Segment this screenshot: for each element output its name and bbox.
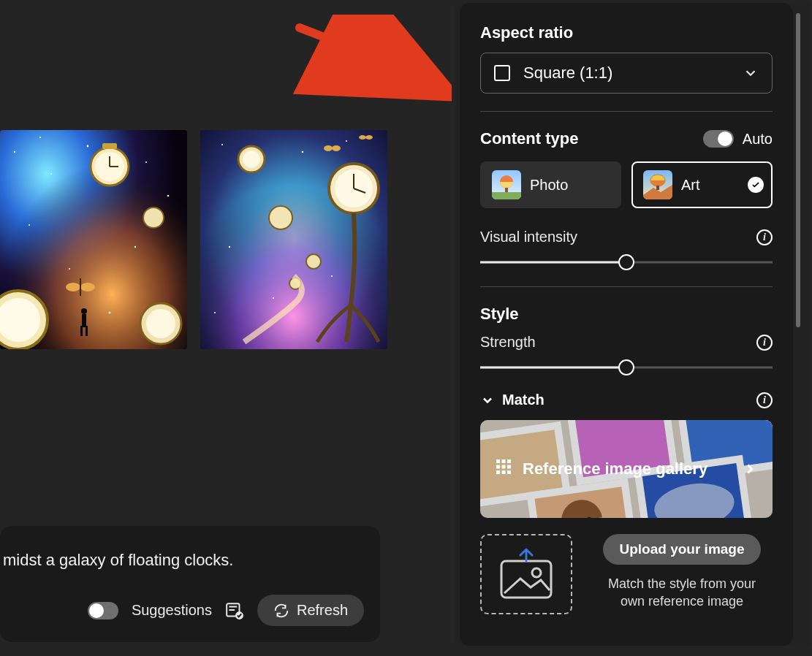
strength-label: Strength — [480, 334, 536, 351]
style-heading: Style — [480, 305, 773, 324]
match-label: Match — [502, 392, 545, 408]
generated-image-1[interactable] — [0, 130, 187, 349]
content-type-options: Photo Art — [480, 161, 773, 208]
svg-point-8 — [134, 246, 136, 248]
chevron-right-icon — [742, 461, 758, 477]
svg-rect-60 — [505, 188, 508, 192]
strength-slider[interactable] — [480, 359, 773, 375]
svg-point-40 — [273, 297, 274, 299]
divider — [480, 286, 773, 287]
annotation-arrow — [291, 15, 452, 110]
svg-rect-82 — [502, 459, 506, 463]
divider — [480, 111, 773, 112]
upload-image-button[interactable]: Upload your image — [603, 534, 760, 565]
svg-point-47 — [243, 150, 260, 168]
svg-point-54 — [365, 135, 373, 140]
svg-point-52 — [332, 145, 341, 151]
generated-images-row — [0, 130, 387, 349]
content-type-label: Content type — [480, 129, 578, 148]
svg-point-5 — [145, 161, 147, 163]
content-type-art-label: Art — [681, 177, 700, 194]
selected-check-icon — [748, 177, 764, 193]
square-icon — [494, 65, 510, 81]
svg-point-51 — [324, 145, 333, 151]
svg-point-35 — [302, 151, 304, 153]
svg-point-53 — [359, 135, 366, 140]
svg-rect-26 — [80, 278, 81, 296]
chevron-down-icon[interactable] — [480, 393, 495, 408]
art-thumb-icon — [643, 170, 672, 199]
svg-point-2 — [14, 151, 15, 153]
panel-fade — [460, 631, 793, 646]
svg-rect-89 — [507, 470, 511, 474]
svg-point-36 — [346, 140, 347, 142]
info-icon[interactable]: i — [756, 229, 773, 245]
svg-rect-28 — [82, 314, 86, 327]
svg-rect-18 — [102, 143, 117, 149]
suggestions-toggle[interactable] — [88, 602, 118, 619]
refresh-button[interactable]: Refresh — [257, 595, 364, 626]
settings-panel-container: Aspect ratio Square (1:1) Content type A… — [455, 3, 809, 646]
reference-gallery-button[interactable]: Reference image gallery — [480, 420, 773, 518]
svg-rect-88 — [502, 470, 506, 474]
text-check-icon[interactable] — [225, 601, 244, 620]
svg-point-10 — [109, 312, 111, 314]
prompt-actions: Suggestions Refresh — [0, 595, 364, 626]
svg-point-6 — [167, 195, 170, 197]
suggestions-label: Suggestions — [132, 602, 212, 619]
aspect-ratio-value: Square (1:1) — [523, 64, 729, 83]
auto-toggle[interactable] — [703, 130, 734, 148]
svg-rect-87 — [496, 470, 500, 474]
svg-point-38 — [229, 246, 230, 248]
svg-point-3 — [39, 137, 41, 138]
refresh-icon — [273, 603, 289, 619]
grid-icon — [495, 458, 512, 480]
visual-intensity-label: Visual intensity — [480, 229, 577, 245]
svg-point-9 — [69, 268, 70, 270]
svg-rect-90 — [501, 561, 551, 598]
svg-point-24 — [66, 283, 80, 291]
svg-rect-30 — [86, 326, 88, 336]
info-icon[interactable]: i — [756, 392, 773, 408]
svg-point-13 — [50, 173, 52, 175]
svg-point-39 — [331, 275, 333, 277]
svg-point-27 — [81, 308, 87, 314]
chevron-down-icon — [743, 65, 759, 81]
upload-section: Upload your image Match the style from y… — [480, 534, 773, 614]
gallery-label: Reference image gallery — [523, 459, 707, 478]
prompt-text[interactable]: midst a galaxy of floating clocks. — [3, 551, 364, 570]
svg-rect-86 — [507, 465, 511, 469]
scrollbar-thumb[interactable] — [796, 13, 800, 327]
upload-image-icon — [497, 548, 555, 600]
photo-thumb-icon — [492, 170, 521, 199]
svg-point-25 — [80, 283, 95, 291]
content-type-photo-label: Photo — [530, 177, 568, 194]
aspect-ratio-label: Aspect ratio — [480, 23, 773, 42]
svg-point-4 — [87, 145, 89, 148]
content-type-photo[interactable]: Photo — [480, 161, 621, 208]
generated-image-2[interactable] — [200, 130, 387, 349]
svg-rect-83 — [507, 459, 511, 463]
svg-rect-85 — [502, 465, 506, 469]
svg-rect-29 — [80, 326, 83, 336]
svg-point-33 — [221, 144, 223, 145]
svg-point-48 — [269, 206, 292, 229]
refresh-label: Refresh — [297, 602, 348, 619]
info-icon[interactable]: i — [756, 335, 773, 351]
svg-point-91 — [532, 568, 541, 577]
visual-intensity-slider[interactable] — [480, 254, 773, 270]
svg-point-49 — [306, 254, 321, 269]
upload-description: Match the style from your own reference … — [608, 575, 756, 611]
svg-point-23 — [146, 309, 175, 338]
aspect-ratio-select[interactable]: Square (1:1) — [480, 53, 773, 94]
prompt-bar: midst a galaxy of floating clocks. Sugge… — [0, 526, 380, 642]
svg-rect-81 — [496, 459, 500, 463]
svg-point-7 — [29, 224, 30, 226]
svg-point-19 — [143, 207, 164, 228]
svg-rect-84 — [496, 465, 500, 469]
settings-panel: Aspect ratio Square (1:1) Content type A… — [460, 3, 793, 646]
auto-label: Auto — [743, 131, 773, 148]
svg-point-41 — [214, 312, 216, 313]
upload-dropzone[interactable] — [480, 534, 572, 614]
content-type-art[interactable]: Art — [631, 161, 773, 208]
